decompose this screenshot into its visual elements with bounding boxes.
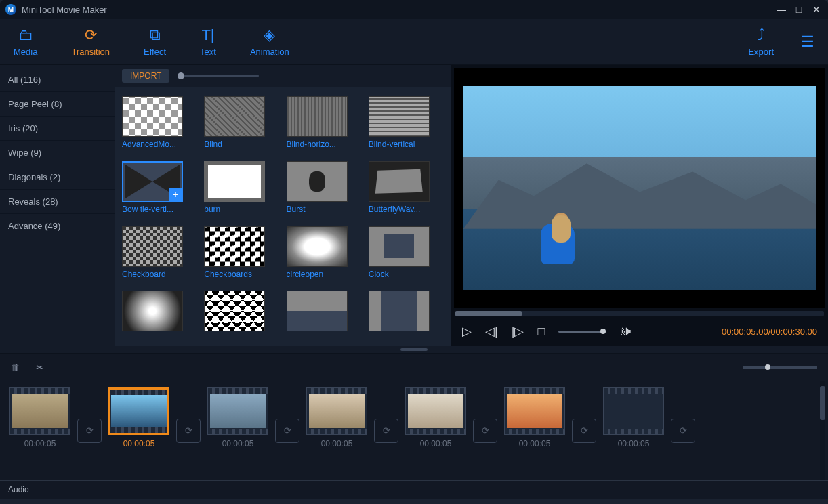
transition-thumb[interactable]: Checkboard xyxy=(122,226,197,285)
transition-slot[interactable]: ⟳ xyxy=(572,419,596,443)
tab-effect[interactable]: ⧉ Effect xyxy=(144,26,166,57)
maximize-button[interactable]: □ xyxy=(793,4,805,15)
export-label: Export xyxy=(748,47,774,57)
transition-thumb[interactable]: AdvancedMo... xyxy=(122,96,197,154)
tab-media[interactable]: 🗀 Media xyxy=(14,26,37,57)
transition-slot[interactable]: ⟳ xyxy=(374,419,398,443)
prev-frame-button[interactable]: ◁| xyxy=(485,324,498,339)
transition-slot[interactable]: ⟳ xyxy=(77,419,102,443)
tab-transition-label: Transition xyxy=(71,47,110,57)
tab-media-label: Media xyxy=(14,47,37,57)
volume-slider[interactable] xyxy=(558,331,606,333)
timeline-clip-selected[interactable] xyxy=(108,387,169,435)
effect-icon: ⧉ xyxy=(150,26,161,44)
transition-thumb[interactable]: Checkboards xyxy=(204,226,279,285)
app-title: MiniTool Movie Maker xyxy=(22,5,107,15)
category-advance[interactable]: Advance (49) xyxy=(0,214,115,238)
timeline-clip[interactable] xyxy=(405,387,466,435)
transition-slot[interactable]: ⟳ xyxy=(671,419,695,443)
transition-thumb[interactable]: burn xyxy=(204,161,279,219)
category-page-peel[interactable]: Page Peel (8) xyxy=(0,92,115,117)
play-button[interactable]: ▷ xyxy=(462,324,472,339)
transition-icon: ⟳ xyxy=(85,26,97,44)
playback-controls: ▷ ◁| |▷ □ 🕪 00:00:05.00/00:00:30.00 xyxy=(451,316,828,346)
transition-browser: IMPORT AdvancedMo... Blind Blind-horizo.… xyxy=(115,65,451,346)
transition-thumb[interactable]: circleopen xyxy=(287,226,362,285)
preview-panel: ▷ ◁| |▷ □ 🕪 00:00:05.00/00:00:30.00 xyxy=(451,65,828,346)
split-button[interactable]: ✂ xyxy=(36,362,43,373)
timeline-panel: 🗑 ✂ 00:00:05 ⟳ 00:00:05 ⟳ 00:00:05 ⟳ 00:… xyxy=(0,353,828,499)
export-button[interactable]: ⤴ Export xyxy=(748,26,774,57)
timeline-clip[interactable] xyxy=(504,387,565,435)
text-icon: T| xyxy=(201,26,214,44)
timecode: 00:00:05.00/00:00:30.00 xyxy=(722,327,817,337)
transition-thumb[interactable]: Blind-vertical xyxy=(369,96,444,154)
transition-slot[interactable]: ⟳ xyxy=(176,419,201,443)
transition-thumb[interactable]: Clock xyxy=(369,226,444,285)
preview-canvas[interactable] xyxy=(454,68,825,308)
category-iris[interactable]: Iris (20) xyxy=(0,117,115,141)
transition-slot[interactable]: ⟳ xyxy=(473,419,497,443)
timeline-clip[interactable] xyxy=(207,387,268,435)
category-list: All (116) Page Peel (8) Iris (20) Wipe (… xyxy=(0,65,115,346)
thumbnail-grid: AdvancedMo... Blind Blind-horizo... Blin… xyxy=(115,87,451,346)
thumbnail-zoom-slider[interactable] xyxy=(178,75,259,77)
svg-marker-0 xyxy=(125,165,152,198)
category-wipe[interactable]: Wipe (9) xyxy=(0,141,115,165)
transition-thumb-selected[interactable]: Bow tie-verti... xyxy=(122,161,197,219)
timeline-clip[interactable] xyxy=(306,387,367,435)
transition-thumb[interactable] xyxy=(287,291,362,337)
tab-effect-label: Effect xyxy=(144,47,166,57)
transition-thumb[interactable]: Blind-horizo... xyxy=(287,96,362,154)
transition-thumb[interactable] xyxy=(122,291,197,337)
titlebar: M MiniTool Movie Maker — □ ✕ xyxy=(0,0,828,19)
tab-text-label: Text xyxy=(200,47,216,57)
timeline-clip[interactable] xyxy=(9,387,70,435)
timeline-clip[interactable] xyxy=(603,387,664,435)
tab-text[interactable]: T| Text xyxy=(200,26,216,57)
transition-thumb[interactable] xyxy=(204,291,279,337)
timeline-track[interactable]: 00:00:05 ⟳ 00:00:05 ⟳ 00:00:05 ⟳ 00:00:0… xyxy=(0,381,828,480)
stop-button[interactable]: □ xyxy=(537,324,545,339)
timeline-zoom-slider[interactable] xyxy=(743,366,817,369)
timeline-scrollbar[interactable] xyxy=(820,381,825,480)
transition-slot[interactable]: ⟳ xyxy=(275,419,299,443)
scrub-bar[interactable] xyxy=(455,311,824,316)
svg-marker-1 xyxy=(152,165,180,198)
folder-icon: 🗀 xyxy=(18,26,33,44)
app-logo-icon: M xyxy=(5,4,16,15)
tab-animation-label: Animation xyxy=(250,47,289,57)
category-reveals[interactable]: Reveals (28) xyxy=(0,190,115,214)
main-toolbar: 🗀 Media ⟳ Transition ⧉ Effect T| Text ◈ … xyxy=(0,19,828,65)
category-diagonals[interactable]: Diagonals (2) xyxy=(0,165,115,190)
next-frame-button[interactable]: |▷ xyxy=(512,324,524,339)
audio-track-label[interactable]: Audio xyxy=(0,480,828,499)
category-all[interactable]: All (116) xyxy=(0,68,115,92)
close-button[interactable]: ✕ xyxy=(810,4,823,15)
import-button[interactable]: IMPORT xyxy=(122,69,169,83)
splitter[interactable] xyxy=(0,346,828,353)
tab-transition[interactable]: ⟳ Transition xyxy=(71,26,110,57)
transition-thumb[interactable]: ButterflyWav... xyxy=(369,161,444,219)
hamburger-icon: ☰ xyxy=(801,33,814,51)
transition-thumb[interactable]: Blind xyxy=(204,96,279,154)
menu-button[interactable]: ☰ xyxy=(801,33,814,51)
minimize-button[interactable]: — xyxy=(775,4,787,15)
tab-animation[interactable]: ◈ Animation xyxy=(250,26,289,57)
speaker-icon[interactable]: 🕪 xyxy=(619,324,632,339)
export-icon: ⤴ xyxy=(758,26,765,44)
delete-button[interactable]: 🗑 xyxy=(11,362,20,373)
diamond-icon: ◈ xyxy=(264,26,275,44)
transition-thumb[interactable] xyxy=(369,291,444,337)
transition-thumb[interactable]: Burst xyxy=(287,161,362,219)
